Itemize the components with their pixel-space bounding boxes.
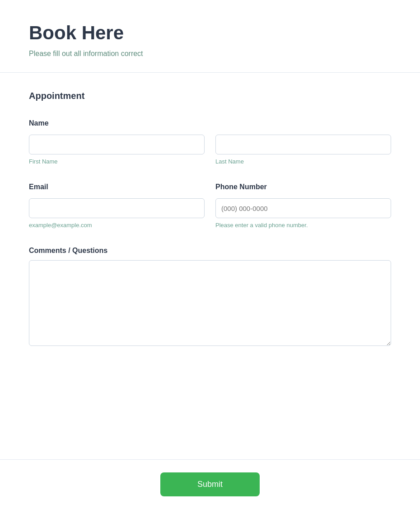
- last-name-hint: Last Name: [215, 158, 391, 165]
- section-title: Appointment: [29, 91, 391, 101]
- name-label: Name: [29, 119, 391, 127]
- comments-label: Comments / Questions: [29, 247, 391, 255]
- first-name-hint: First Name: [29, 158, 205, 165]
- email-phone-field-group: Email example@example.com Phone Number P…: [29, 183, 391, 229]
- comments-textarea[interactable]: [29, 260, 391, 346]
- form-section: Appointment Name First Name Last Name Em…: [0, 73, 420, 459]
- footer-section: Submit: [0, 459, 420, 509]
- phone-hint: Please enter a valid phone number.: [215, 222, 391, 229]
- submit-button[interactable]: Submit: [160, 472, 260, 496]
- email-input[interactable]: [29, 198, 205, 218]
- first-name-input[interactable]: [29, 135, 205, 154]
- email-col: Email example@example.com: [29, 183, 205, 229]
- name-field-row: First Name Last Name: [29, 135, 391, 165]
- phone-col: Phone Number Please enter a valid phone …: [215, 183, 391, 229]
- phone-label: Phone Number: [215, 183, 391, 191]
- name-field-group: Name First Name Last Name: [29, 119, 391, 165]
- header-section: Book Here Please fill out all informatio…: [0, 0, 420, 72]
- page-wrapper: Book Here Please fill out all informatio…: [0, 0, 420, 509]
- page-title: Book Here: [29, 22, 391, 44]
- last-name-input[interactable]: [215, 135, 391, 154]
- page-subtitle: Please fill out all information correct: [29, 50, 391, 58]
- first-name-col: First Name: [29, 135, 205, 165]
- email-hint: example@example.com: [29, 222, 205, 229]
- comments-field-group: Comments / Questions: [29, 247, 391, 348]
- email-label: Email: [29, 183, 205, 191]
- last-name-col: Last Name: [215, 135, 391, 165]
- phone-input[interactable]: [215, 198, 391, 218]
- email-phone-row: Email example@example.com Phone Number P…: [29, 183, 391, 229]
